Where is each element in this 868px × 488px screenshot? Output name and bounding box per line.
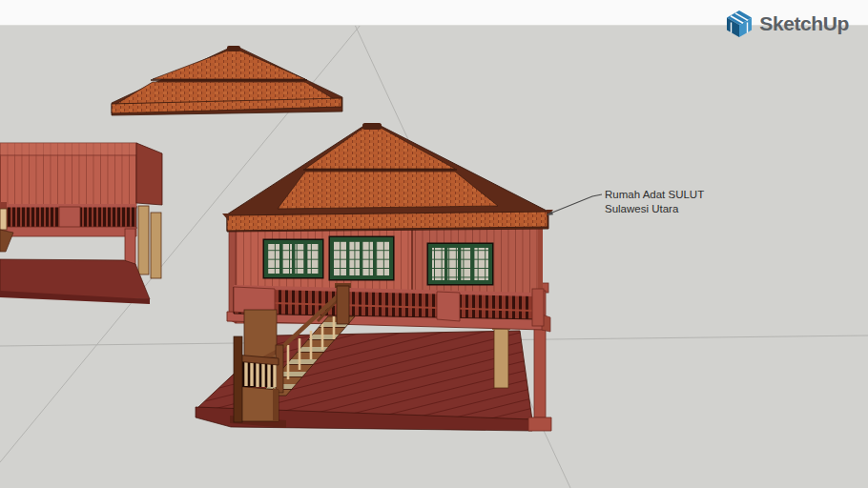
porch-balusters	[240, 362, 275, 387]
porch-base-side	[273, 388, 279, 421]
sketchup-window: Rumah Adat SULUT Sulawesi Utara SketchUp	[0, 0, 868, 488]
window-2	[329, 236, 395, 281]
railing-solid-panel	[437, 292, 460, 321]
stair-mid-post	[276, 345, 283, 393]
annotation-text-line2: Sulawesi Utara	[605, 203, 679, 214]
railing-solid-panel	[59, 207, 80, 228]
brand-text: SketchUp	[759, 12, 849, 35]
stair-upper-mass	[244, 310, 277, 357]
cropped-baluster-strip	[0, 209, 7, 230]
wall-frieze	[0, 143, 136, 154]
sketchup-cube-icon	[726, 10, 753, 38]
window-1	[263, 239, 324, 279]
roof-ridge-cap	[362, 123, 382, 130]
porch-left-post	[234, 336, 242, 422]
sketchup-logo[interactable]: SketchUp	[726, 10, 849, 38]
building-deck-band	[0, 227, 136, 236]
roof-ridge-cap	[227, 46, 240, 51]
annotation-text-line1: Rumah Adat SULUT	[605, 189, 704, 200]
3d-viewport[interactable]: Rumah Adat SULUT Sulawesi Utara	[0, 0, 868, 488]
railing-corner-post	[532, 289, 544, 326]
window-3	[427, 243, 494, 286]
corner-post-foot	[528, 417, 551, 431]
building-post-tan	[138, 206, 149, 274]
building-side-face	[136, 143, 162, 205]
stilt-post-tan	[494, 327, 508, 388]
building-post-tan	[151, 213, 161, 278]
roof-fascia	[227, 212, 548, 231]
stair-top-post	[337, 286, 349, 324]
